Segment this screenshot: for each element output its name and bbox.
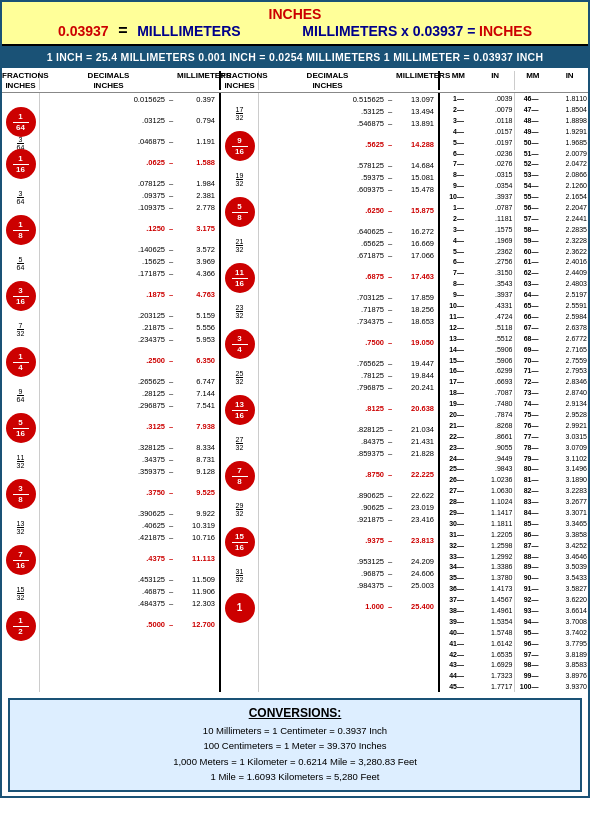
mm-row: 78—3.0709	[515, 442, 589, 453]
mm-row: 40—1.5748	[440, 627, 514, 638]
fraction-circle: 38	[6, 479, 36, 509]
table-row: .109375–2.778	[40, 201, 219, 213]
mm-row: 55—2.1654	[515, 191, 589, 202]
mm-row: 72—2.8346	[515, 376, 589, 387]
table-row: .1875–4.763	[40, 279, 219, 309]
mm-row: 2—.0079	[440, 104, 514, 115]
mm-row: 2—.1181	[440, 213, 514, 224]
table-row: .59375–15.081	[259, 171, 438, 183]
mm-row: 1—.0039	[440, 93, 514, 104]
fraction-circle: 14	[6, 347, 36, 377]
mm-row: 5—.0197	[440, 137, 514, 148]
ch-mm-left: MILLIMETERS	[177, 71, 219, 90]
fraction-label: 564	[2, 257, 40, 269]
ch-decimals-left: DECIMALSINCHES	[40, 71, 177, 90]
table-row: .828125–21.034	[259, 423, 438, 435]
right-data-col: 0.515625–13.097.53125–13.494.546875–13.8…	[259, 93, 438, 692]
mm-row: 82—3.2283	[515, 485, 589, 496]
fraction-label	[221, 581, 259, 593]
mm-row: 54—2.1260	[515, 180, 589, 191]
mm-row: 68—2.6772	[515, 333, 589, 344]
mm-row: 50—1.9685	[515, 137, 589, 148]
fraction-circle: 1316	[225, 395, 255, 425]
mm-row: 6—.2756	[440, 257, 514, 268]
mm-row: 26—1.0236	[440, 474, 514, 485]
table-row: .859375–21.828	[259, 447, 438, 459]
table-row: .71875–18.256	[259, 303, 438, 315]
table-row: .15625–3.969	[40, 255, 219, 267]
table-row: .40625–10.319	[40, 519, 219, 531]
table-row: .3125–7.938	[40, 411, 219, 441]
mm-row: 28—1.1024	[440, 496, 514, 507]
mm-row: 9—.3937	[440, 289, 514, 300]
table-row: .9375–23.813	[259, 525, 438, 555]
fraction-label: 2132	[221, 239, 259, 251]
table-row: .265625–6.747	[40, 375, 219, 387]
mm-col-1: 1—.00392—.00793—.01184—.01575—.01976—.02…	[440, 93, 515, 692]
table-row: .65625–16.669	[259, 237, 438, 249]
fraction-label: 2532	[221, 371, 259, 383]
mm-row: 11—.4724	[440, 311, 514, 322]
mm-row: 17—.6693	[440, 376, 514, 387]
ch-mm-right: MILLIMETERS	[396, 71, 438, 90]
mm-row: 4—.0157	[440, 126, 514, 137]
mm-row: 3—.0118	[440, 115, 514, 126]
page-container: INCHES0.03937 = MILLLIMETERS MILLIMETERS…	[0, 0, 590, 798]
info-bar-text: 1 INCH = 25.4 MILLIMETERS 0.001 INCH = 0…	[47, 51, 544, 63]
mm-row: 48—1.8898	[515, 115, 589, 126]
fraction-label: 1732	[221, 107, 259, 119]
fraction-label	[2, 467, 40, 479]
ch-decimals-right: DECIMALSINCHES	[259, 71, 396, 90]
table-row: .2500–6.350	[40, 345, 219, 375]
mm-row: 62—2.4409	[515, 267, 589, 278]
fraction-circle: 716	[6, 545, 36, 575]
table-row: .921875–23.416	[259, 513, 438, 525]
table-row: .640625–16.272	[259, 225, 438, 237]
right-table: 1732916193258213211162332342532131627327…	[221, 93, 440, 692]
mm-row: 31—1.2205	[440, 529, 514, 540]
table-row: .1250–3.175	[40, 213, 219, 243]
table-row: .453125–11.509	[40, 573, 219, 585]
mm-row: 76—2.9921	[515, 420, 589, 431]
table-row: .765625–19.447	[259, 357, 438, 369]
ch-fractions-left: FRACTIONSINCHES	[2, 71, 40, 90]
fraction-circle: 116	[6, 149, 36, 179]
header-millimeters-label: MILLLIMETERS	[137, 23, 240, 39]
mm-row: 49—1.9291	[515, 126, 589, 137]
fraction-label	[2, 401, 40, 413]
table-row: .8750–22.225	[259, 459, 438, 489]
table-row: .78125–19.844	[259, 369, 438, 381]
mm-row: 20—.7874	[440, 409, 514, 420]
fraction-label: 1532	[2, 587, 40, 599]
fraction-label	[2, 533, 40, 545]
fraction-circle: 78	[225, 461, 255, 491]
mm-row: 5—.2362	[440, 246, 514, 257]
main-tables: 1643641163641856431673214964516113238133…	[2, 93, 588, 692]
mm-row: 99—3.8976	[515, 670, 589, 681]
left-data-col: 0.015625–0.397.03125–0.794.046875–1.191.…	[40, 93, 219, 692]
mm-row: 7—.0276	[440, 159, 514, 170]
mm-row: 59—2.3228	[515, 235, 589, 246]
mm-row: 14—.5906	[440, 344, 514, 355]
mm-row: 79—3.1102	[515, 453, 589, 464]
conversion-line: 100 Centimeters = 1 Meter = 39.370 Inche…	[18, 738, 572, 753]
mm-row: 74—2.9134	[515, 398, 589, 409]
table-row: .359375–9.128	[40, 465, 219, 477]
mm-row: 10—.3937	[440, 191, 514, 202]
mm-row: 70—2.7559	[515, 355, 589, 366]
mm-row: 30—1.1811	[440, 518, 514, 529]
table-row: .578125–14.684	[259, 159, 438, 171]
fraction-circle: 164	[6, 107, 36, 137]
table-row: .3750–9.525	[40, 477, 219, 507]
mm-row: 27—1.0630	[440, 485, 514, 496]
mm-row: 77—3.0315	[515, 431, 589, 442]
table-row: .140625–3.572	[40, 243, 219, 255]
table-row: .84375–21.431	[259, 435, 438, 447]
mm-row: 58—2.2835	[515, 224, 589, 235]
table-row: .703125–17.859	[259, 291, 438, 303]
fraction-label	[2, 203, 40, 215]
fraction-label: 1932	[221, 173, 259, 185]
mm-row: 46—1.8110	[515, 93, 589, 104]
table-row: .03125–0.794	[40, 105, 219, 135]
mm-row: 63—2.4803	[515, 278, 589, 289]
